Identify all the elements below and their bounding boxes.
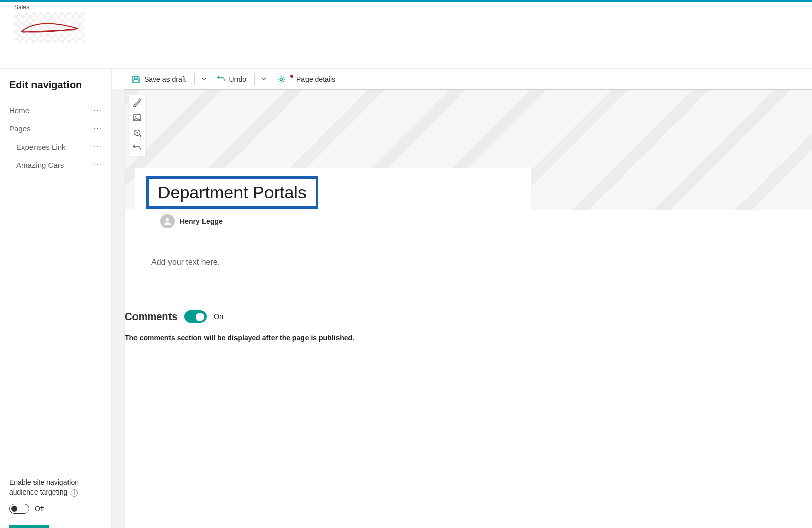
- page-header-area[interactable]: Department Portals Henry Legge: [125, 90, 812, 210]
- comments-toggle-state: On: [214, 312, 223, 321]
- save-icon: [132, 75, 140, 83]
- undo-chevron[interactable]: [258, 73, 270, 85]
- nav-item-label: Expenses Link: [16, 143, 66, 151]
- nav-item-label: Pages: [9, 124, 31, 133]
- more-icon[interactable]: ···: [94, 142, 106, 151]
- audience-targeting-toggle[interactable]: [9, 504, 29, 514]
- nav-item-label: Home: [9, 106, 29, 115]
- site-name-label: Sales: [14, 4, 85, 11]
- focal-point-icon[interactable]: [132, 128, 142, 137]
- audience-targeting-label: Enable site navigation audience targetin…: [9, 478, 79, 497]
- more-icon[interactable]: ···: [94, 124, 106, 133]
- author-name: Henry Legge: [180, 217, 223, 225]
- text-webpart[interactable]: Add your text here.: [125, 242, 812, 279]
- svg-point-2: [135, 116, 136, 117]
- svg-point-5: [166, 218, 169, 221]
- chevron-down-icon: [261, 76, 267, 82]
- nav-item-label: Amazing Cars: [16, 161, 64, 169]
- cancel-button[interactable]: Cancel: [56, 525, 101, 528]
- reset-icon[interactable]: [132, 144, 142, 153]
- person-icon: [163, 217, 172, 226]
- nav-item-home[interactable]: Home ···: [9, 101, 107, 119]
- site-header: Sales: [0, 2, 812, 49]
- page-editor: Save as draft Undo Page details: [112, 69, 812, 528]
- site-logo[interactable]: [14, 12, 85, 43]
- separator: [254, 73, 255, 85]
- page-title-text: Department Portals: [158, 183, 307, 202]
- edit-icon[interactable]: [132, 98, 142, 107]
- notification-dot-icon: [290, 75, 293, 78]
- undo-label: Undo: [229, 75, 246, 83]
- comments-toggle[interactable]: [184, 310, 207, 323]
- command-bar: Save as draft Undo Page details: [112, 69, 812, 89]
- chevron-down-icon: [201, 76, 207, 82]
- title-area: Department Portals Henry Legge: [135, 168, 531, 233]
- nav-item-pages[interactable]: Pages ···: [9, 119, 107, 137]
- nav-item-amazing-cars[interactable]: Amazing Cars ···: [9, 156, 107, 174]
- separator: [194, 73, 195, 85]
- section-divider: +: [125, 242, 812, 242]
- comments-heading: Comments: [125, 311, 177, 323]
- page-details-label: Page details: [296, 75, 335, 83]
- svg-point-0: [280, 78, 282, 81]
- page-canvas: Department Portals Henry Legge +: [125, 89, 812, 342]
- comments-note: The comments section will be displayed a…: [125, 334, 526, 342]
- nav-list: Home ··· Pages ··· Expenses Link ··· Ama…: [9, 101, 107, 174]
- save-as-draft-label: Save as draft: [144, 75, 186, 83]
- audience-toggle-state: Off: [35, 505, 44, 513]
- comments-section: Comments On The comments section will be…: [125, 292, 526, 342]
- svg-point-4: [136, 132, 138, 133]
- page-details-button[interactable]: Page details: [272, 72, 341, 86]
- section-divider: +: [125, 279, 812, 279]
- avatar[interactable]: [160, 214, 175, 228]
- header-side-toolbar: [129, 95, 145, 156]
- nav-item-expenses-link[interactable]: Expenses Link ···: [9, 137, 107, 156]
- sidebar-title: Edit navigation: [9, 79, 107, 91]
- save-draft-chevron[interactable]: [198, 73, 210, 85]
- save-button[interactable]: Save: [9, 525, 49, 528]
- more-icon[interactable]: ···: [94, 105, 106, 115]
- image-icon[interactable]: [132, 113, 142, 122]
- save-as-draft-button[interactable]: Save as draft: [127, 72, 191, 86]
- gear-icon: [277, 75, 285, 83]
- edit-navigation-panel: Edit navigation Home ··· Pages ··· Expen…: [0, 69, 112, 528]
- more-icon[interactable]: ···: [94, 160, 106, 169]
- canvas-gutter: [112, 89, 125, 528]
- undo-icon: [217, 75, 225, 83]
- info-icon[interactable]: i: [71, 489, 78, 497]
- page-title-input[interactable]: Department Portals: [146, 176, 318, 209]
- undo-button[interactable]: Undo: [212, 72, 251, 86]
- text-placeholder: Add your text here.: [151, 258, 220, 266]
